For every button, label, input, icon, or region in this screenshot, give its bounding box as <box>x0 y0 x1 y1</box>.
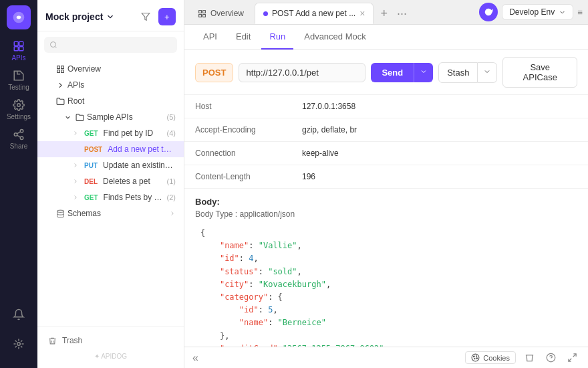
overview-icon <box>56 65 65 74</box>
more-tabs-button[interactable]: ··· <box>394 3 410 24</box>
send-chevron-icon <box>420 68 428 76</box>
api-find-pet-label: Find pet by ID <box>104 128 164 138</box>
tree-apis[interactable]: APIs <box>37 77 184 93</box>
schemas-icon <box>56 209 65 218</box>
tree-root[interactable]: Root <box>37 93 184 109</box>
tree-api-finds-pets[interactable]: GET Finds Pets by status (2) <box>37 189 184 205</box>
method-selector[interactable]: POST <box>195 63 233 82</box>
tree-api-find-pet[interactable]: GET Find pet by ID (4) <box>37 125 184 141</box>
body-section: Body: Body Type : application/json { "na… <box>184 189 588 347</box>
sub-tab-edit[interactable]: Edit <box>228 25 259 50</box>
tabs-container: Overview POST Add a new pet ... × + ··· … <box>184 0 588 25</box>
api-find-pet-count: (4) <box>167 129 176 137</box>
header-value-host: 127.0.0.1:3658 <box>291 95 588 118</box>
help-icon <box>546 353 556 363</box>
env-icon[interactable] <box>479 3 498 21</box>
header-row-accept-encoding: Accept-Encoding gzip, deflate, br <box>184 118 588 142</box>
project-title[interactable]: Mock project <box>45 11 115 22</box>
env-selector[interactable]: Develop Env <box>502 4 573 20</box>
svg-line-10 <box>17 132 20 134</box>
trash-bottom-button[interactable] <box>521 350 537 366</box>
apis-label: APIs <box>67 80 176 90</box>
expand-icon <box>72 130 79 136</box>
tab-post-add-pet[interactable]: POST Add a new pet ... × <box>255 3 374 24</box>
project-panel: Mock project + Overvie <box>37 0 184 368</box>
collapse-panel-button[interactable]: « <box>192 352 198 364</box>
tab-overview[interactable]: Overview <box>190 3 252 24</box>
tree-api-update-pet[interactable]: PUT Update an existing pet... <box>37 157 184 173</box>
tree-api-delete-pet[interactable]: DEL Deletes a pet (1) <box>37 173 184 189</box>
project-header: Mock project + <box>37 0 184 31</box>
stash-dropdown-button[interactable] <box>478 62 497 83</box>
sidebar-item-apis[interactable]: APIs <box>5 37 32 64</box>
expand-content-icon <box>567 353 577 363</box>
sidebar-item-share[interactable]: Share <box>5 126 32 153</box>
tree-area: Overview APIs Root Sa <box>37 58 184 327</box>
tab-overview-label: Overview <box>210 9 244 18</box>
schemas-label: Schemas <box>67 209 166 218</box>
project-actions: + <box>137 8 176 25</box>
search-bar <box>44 37 177 53</box>
refresh-icon <box>484 7 493 17</box>
add-button[interactable]: + <box>158 8 176 25</box>
body-content: { "name": "Vallie", "id": 4, "status": "… <box>195 227 577 347</box>
fullscreen-button[interactable] <box>564 350 580 366</box>
sub-tab-advanced-mock[interactable]: Advanced Mock <box>296 25 374 50</box>
stash-button-group: Stash <box>438 62 497 83</box>
sub-tab-api[interactable]: API <box>195 25 225 50</box>
tree-schemas[interactable]: Schemas <box>37 205 184 221</box>
stash-button[interactable]: Stash <box>438 62 478 83</box>
method-badge-get1: GET <box>82 129 101 138</box>
add-tab-button[interactable]: + <box>376 3 392 24</box>
response-area: Host 127.0.0.1:3658 Accept-Encoding gzip… <box>184 95 588 347</box>
filter-button[interactable] <box>137 8 154 25</box>
search-input[interactable] <box>61 40 172 50</box>
method-badge-post: POST <box>82 145 105 154</box>
tree-overview[interactable]: Overview <box>37 61 184 77</box>
chevron-down-icon <box>106 12 115 21</box>
header-key-connection: Connection <box>184 142 291 165</box>
schemas-chevron-icon <box>169 210 176 217</box>
sample-apis-count: (5) <box>167 113 176 121</box>
header-value-accept-encoding: gzip, deflate, br <box>291 118 588 142</box>
sample-apis-label: Sample APIs <box>87 112 164 122</box>
more-options-button[interactable]: ≡ <box>577 7 583 17</box>
sub-tabs: API Edit Run Advanced Mock <box>184 25 588 50</box>
header-row-content-length: Content-Length 196 <box>184 165 588 189</box>
svg-rect-16 <box>61 66 64 68</box>
header-key-host: Host <box>184 95 291 118</box>
cookies-button[interactable]: Cookies <box>465 351 516 364</box>
sidebar-item-testing[interactable]: Testing <box>5 67 32 94</box>
send-dropdown-button[interactable] <box>414 63 433 82</box>
expand-icon3 <box>72 178 79 185</box>
expand-icon4 <box>72 194 79 201</box>
sidebar-item-notifications[interactable] <box>5 301 32 328</box>
tree-api-add-pet[interactable]: POST Add a new pet to the s... <box>37 141 184 157</box>
tree-sample-apis[interactable]: Sample APIs (5) <box>37 109 184 125</box>
watermark: ✦ APIDOG <box>45 350 176 363</box>
header-key-content-length: Content-Length <box>184 165 291 189</box>
env-label: Develop Env <box>509 7 555 17</box>
api-add-pet-label: Add a new pet to the s... <box>108 145 176 154</box>
request-bar: POST Send Stash Save APICase <box>184 50 588 95</box>
help-button[interactable] <box>543 350 559 366</box>
svg-line-32 <box>568 359 571 361</box>
sub-tab-run[interactable]: Run <box>261 25 293 50</box>
sidebar-item-gear[interactable] <box>5 331 32 357</box>
svg-line-31 <box>573 354 575 357</box>
close-tab-icon[interactable]: × <box>359 8 365 19</box>
trash-item[interactable]: Trash <box>45 333 176 349</box>
svg-rect-22 <box>203 14 206 17</box>
api-update-pet-label: Update an existing pet... <box>103 161 176 170</box>
svg-point-7 <box>14 133 17 136</box>
url-input[interactable] <box>239 63 365 82</box>
cookies-label: Cookies <box>483 354 510 362</box>
overview-tab-icon <box>198 9 206 18</box>
save-apicase-button[interactable]: Save APICase <box>502 57 577 88</box>
app-logo[interactable] <box>7 5 31 29</box>
app-sidebar: APIs Testing Settings Share <box>0 0 37 368</box>
send-button[interactable]: Send <box>371 63 414 82</box>
trash-label: Trash <box>62 336 82 345</box>
cookies-icon <box>471 353 480 362</box>
sidebar-item-settings[interactable]: Settings <box>5 96 32 123</box>
